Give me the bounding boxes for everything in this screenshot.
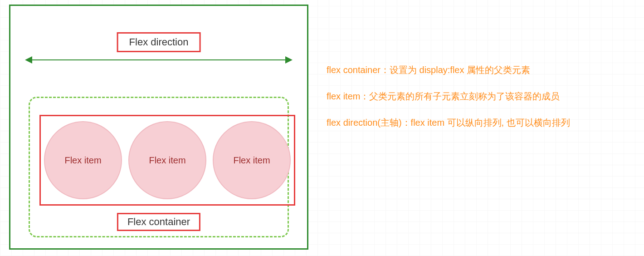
flex-direction-label: Flex direction [129, 36, 189, 48]
flex-item-circle: Flex item [128, 121, 206, 199]
flex-items-highlight-box: Flex item Flex item Flex item [39, 115, 295, 206]
direction-axis-arrow-icon [26, 59, 292, 60]
note-flex-direction: flex direction(主轴)：flex item 可以纵向排列, 也可以… [327, 116, 570, 129]
flex-direction-label-box: Flex direction [117, 32, 201, 52]
flex-diagram-container: Flex direction Flex item Flex item Flex … [9, 5, 308, 250]
page-root: Flex direction Flex item Flex item Flex … [0, 0, 644, 254]
flex-item-circle: Flex item [213, 121, 291, 199]
flex-container-label: Flex container [127, 216, 190, 227]
note-flex-item: flex item：父类元素的所有子元素立刻称为了该容器的成员 [327, 90, 570, 103]
flex-item-label: Flex item [149, 155, 185, 166]
flex-item-circle: Flex item [44, 121, 122, 199]
notes-panel: flex container：设置为 display:flex 属性的父类元素 … [327, 5, 570, 129]
flex-container-label-box: Flex container [117, 213, 200, 231]
note-flex-container: flex container：设置为 display:flex 属性的父类元素 [327, 64, 570, 76]
flex-item-label: Flex item [233, 155, 270, 166]
flex-item-label: Flex item [64, 155, 101, 166]
